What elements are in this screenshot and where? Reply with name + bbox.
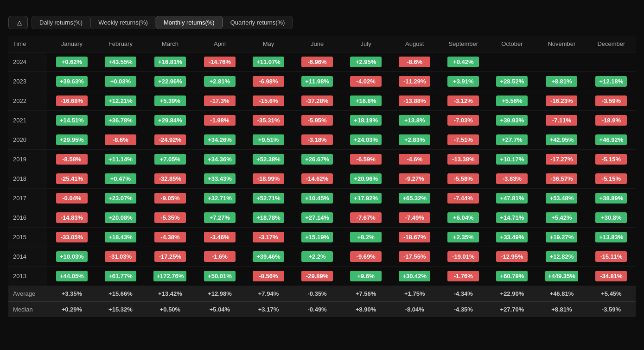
value-cell: +11.98% xyxy=(293,72,342,91)
value-cell: -6.59% xyxy=(342,150,390,169)
col-header-december: December xyxy=(587,36,636,52)
value-cell: +39.93% xyxy=(488,111,536,130)
value-cell: +12.18% xyxy=(587,72,636,91)
col-header-september: September xyxy=(439,36,488,52)
table-row: 2015-33.05%+18.43%-4.38%-3.46%-3.17%+15.… xyxy=(8,228,636,247)
value-cell: -7.11% xyxy=(536,111,587,130)
value-cell: -7.51% xyxy=(439,130,488,150)
value-cell: -31.03% xyxy=(96,247,145,267)
value-cell: +5.42% xyxy=(536,208,587,228)
value-cell: +16.81% xyxy=(145,52,195,72)
value-cell: -4.02% xyxy=(342,72,390,91)
value-cell: -16.23% xyxy=(536,91,587,111)
value-cell: +29.84% xyxy=(145,111,195,130)
value-cell: +14.51% xyxy=(47,111,96,130)
year-cell: 2017 xyxy=(8,189,47,208)
footer-value: -3.59% xyxy=(587,302,636,318)
returns-table-wrap: TimeJanuaryFebruaryMarchAprilMayJuneJuly… xyxy=(8,36,636,317)
value-cell: +2.35% xyxy=(439,228,488,247)
value-cell: +13.83% xyxy=(587,228,636,247)
footer-value: -0.35% xyxy=(293,286,342,302)
value-cell: +47.81% xyxy=(488,189,536,208)
value-cell: -25.41% xyxy=(47,169,96,189)
value-cell: +39.63% xyxy=(47,72,96,91)
value-cell: -9.27% xyxy=(390,169,439,189)
value-cell: +3.91% xyxy=(439,72,488,91)
value-cell: +60.79% xyxy=(488,267,536,286)
value-cell: +26.67% xyxy=(293,150,342,169)
value-cell: -3.17% xyxy=(244,228,293,247)
value-cell: -18.99% xyxy=(244,169,293,189)
chevron-down-icon: △ xyxy=(17,19,22,26)
tab-dailyreturns[interactable]: Daily returns(%) xyxy=(32,16,90,29)
value-cell: -3.83% xyxy=(488,169,536,189)
table-row: 2018-25.41%+0.47%-32.85%+33.43%-18.99%-1… xyxy=(8,169,636,189)
value-cell: +10.03% xyxy=(47,247,96,267)
value-cell: -9.69% xyxy=(342,247,390,267)
tab-monthlyreturns[interactable]: Monthly returns(%) xyxy=(156,16,223,29)
value-cell: -3.12% xyxy=(439,91,488,111)
value-cell: -16.68% xyxy=(47,91,96,111)
value-cell: -5.35% xyxy=(145,208,195,228)
value-cell: +22.96% xyxy=(145,72,195,91)
value-cell: +46.92% xyxy=(587,130,636,150)
footer-value: +12.98% xyxy=(195,286,244,302)
value-cell: -3.18% xyxy=(293,130,342,150)
value-cell: +17.92% xyxy=(342,189,390,208)
value-cell: -14.62% xyxy=(293,169,342,189)
value-cell: +23.07% xyxy=(96,189,145,208)
table-row: 2024+0.62%+43.55%+16.81%-14.76%+11.07%-6… xyxy=(8,52,636,72)
value-cell: +449.35% xyxy=(536,267,587,286)
footer-value: +22.90% xyxy=(488,286,536,302)
value-cell: +8.81% xyxy=(536,72,587,91)
footer-label: Average xyxy=(8,286,47,302)
value-cell: +2.81% xyxy=(195,72,244,91)
col-header-may: May xyxy=(244,36,293,52)
value-cell: +27.14% xyxy=(293,208,342,228)
footer-value: +8.81% xyxy=(536,302,587,318)
footer-value: +5.04% xyxy=(195,302,244,318)
asset-selector[interactable]: △ xyxy=(8,16,28,29)
year-cell: 2024 xyxy=(8,52,47,72)
value-cell: +15.19% xyxy=(293,228,342,247)
value-cell: +43.55% xyxy=(96,52,145,72)
value-cell: -4.6% xyxy=(390,150,439,169)
value-cell: +0.03% xyxy=(96,72,145,91)
footer-value: +3.35% xyxy=(47,286,96,302)
value-cell: -14.83% xyxy=(47,208,96,228)
value-cell: -15.6% xyxy=(244,91,293,111)
value-cell: -33.05% xyxy=(47,228,96,247)
value-cell: +34.26% xyxy=(195,130,244,150)
year-cell: 2022 xyxy=(8,91,47,111)
value-cell: +7.27% xyxy=(195,208,244,228)
footer-value: -0.49% xyxy=(293,302,342,318)
table-body: 2024+0.62%+43.55%+16.81%-14.76%+11.07%-6… xyxy=(8,52,636,286)
year-cell: 2013 xyxy=(8,267,47,286)
tab-weeklyreturns[interactable]: Weekly returns(%) xyxy=(90,16,156,29)
value-cell: -5.58% xyxy=(439,169,488,189)
value-cell: +29.95% xyxy=(47,130,96,150)
value-cell: +33.49% xyxy=(488,228,536,247)
value-cell: +36.78% xyxy=(96,111,145,130)
footer-value: +1.75% xyxy=(390,286,439,302)
table-row: 2023+39.63%+0.03%+22.96%+2.81%-6.98%+11.… xyxy=(8,72,636,91)
table-row: 2021+14.51%+36.78%+29.84%-1.98%-35.31%-5… xyxy=(8,111,636,130)
tab-group: Daily returns(%)Weekly returns(%)Monthly… xyxy=(32,16,293,29)
value-cell: -19.01% xyxy=(439,247,488,267)
value-cell: -7.03% xyxy=(439,111,488,130)
value-cell: +2.2% xyxy=(293,247,342,267)
value-cell: +11.14% xyxy=(96,150,145,169)
tab-quarterlyreturns[interactable]: Quarterly returns(%) xyxy=(223,16,293,29)
value-cell: +0.42% xyxy=(439,52,488,72)
col-header-march: March xyxy=(145,36,195,52)
table-row: 2016-14.83%+20.08%-5.35%+7.27%+18.78%+27… xyxy=(8,208,636,228)
value-cell: +33.43% xyxy=(195,169,244,189)
value-cell: +28.52% xyxy=(488,72,536,91)
value-cell: -18.67% xyxy=(390,228,439,247)
year-cell: 2018 xyxy=(8,169,47,189)
footer-value: +0.50% xyxy=(145,302,195,318)
footer-row: Average+3.35%+15.66%+13.42%+12.98%+7.94%… xyxy=(8,286,636,302)
year-cell: 2016 xyxy=(8,208,47,228)
value-cell: +30.8% xyxy=(587,208,636,228)
footer-value: +15.66% xyxy=(96,286,145,302)
